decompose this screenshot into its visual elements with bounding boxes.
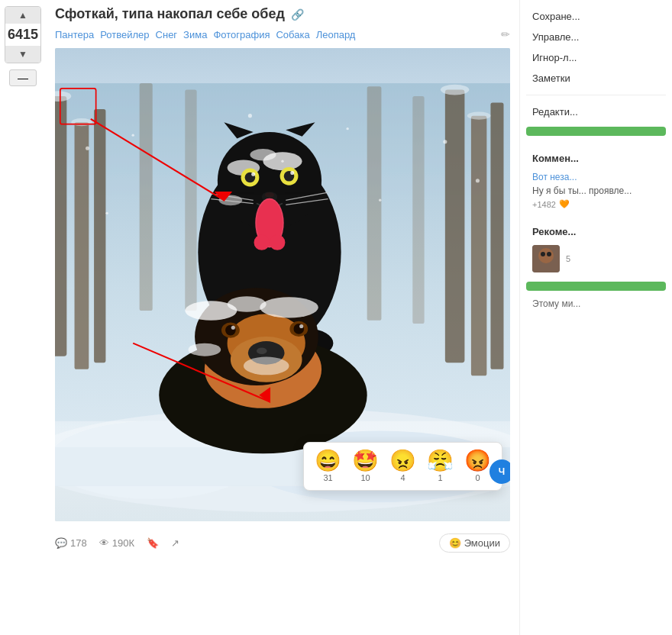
sidebar-rec-green-btn[interactable]: [526, 282, 666, 291]
svg-point-35: [265, 192, 274, 198]
svg-point-33: [290, 171, 294, 175]
minus-button[interactable]: —: [9, 69, 37, 86]
emoji-item-3[interactable]: 😤 1: [427, 450, 454, 482]
svg-point-67: [346, 127, 348, 130]
sidebar-notes[interactable]: Заметки: [526, 68, 666, 89]
sidebar-comment-link[interactable]: Вот неза...: [532, 172, 660, 182]
emoji-item-4[interactable]: 😡 0: [464, 450, 491, 482]
emoji-face-3: 😤: [427, 450, 454, 472]
sidebar-divider: [526, 95, 666, 95]
svg-rect-8: [185, 90, 196, 311]
tag-rotveiler[interactable]: Ротвейлер: [100, 29, 149, 40]
emoji-face-4: 😡: [464, 450, 491, 472]
svg-point-38: [254, 234, 270, 250]
svg-point-61: [228, 296, 267, 311]
emoji-popup: 😄 31 🤩 10 😠 4 😤 1 😡 0: [303, 442, 502, 491]
post-footer: 💬 178 👁 190К 🔖 ↗ 😊 Эмоции: [55, 529, 510, 557]
vote-down-button[interactable]: ▼: [5, 46, 40, 63]
emoji-item-1[interactable]: 🤩 10: [352, 450, 379, 482]
svg-rect-1: [55, 96, 66, 356]
emoji-count-1: 10: [360, 473, 370, 482]
emoji-item-2[interactable]: 😠 4: [389, 450, 416, 482]
svg-point-52: [257, 348, 267, 355]
sidebar-save[interactable]: Сохране...: [526, 6, 666, 27]
sidebar-recommendations-section: Рекоме... 5: [526, 223, 666, 295]
sidebar-rec-thumb: [532, 245, 560, 272]
smile-icon: 😊: [449, 537, 461, 549]
share-button[interactable]: ↗: [171, 537, 179, 549]
user-avatar-bubble[interactable]: Ч: [489, 459, 510, 484]
emotions-button[interactable]: 😊 Эмоции: [439, 533, 510, 553]
rec-thumb-svg: [532, 245, 560, 272]
sidebar-rec-item[interactable]: 5: [526, 240, 666, 277]
views-count: 👁 190К: [99, 537, 134, 549]
vote-column: ▲ 6415 ▼ —: [0, 0, 46, 635]
svg-rect-6: [490, 103, 503, 369]
svg-point-66: [248, 114, 252, 118]
svg-point-13: [441, 85, 469, 95]
sidebar-recommendations-title: Рекоме...: [526, 223, 666, 240]
svg-point-72: [281, 160, 283, 163]
svg-rect-2: [75, 122, 89, 369]
sidebar-about: Этому ми...: [526, 295, 666, 312]
tag-photo[interactable]: Фотография: [213, 29, 270, 40]
edit-tags-icon[interactable]: ✏: [501, 28, 510, 40]
comment-vote-emoji: 🧡: [559, 199, 570, 209]
emoji-count-0: 31: [323, 473, 332, 482]
svg-point-58: [299, 324, 303, 328]
svg-rect-10: [412, 96, 424, 324]
rec-count: 5: [566, 254, 570, 263]
tag-zima[interactable]: Зима: [183, 29, 207, 40]
comments-link[interactable]: 💬 178: [55, 537, 87, 549]
post-title-text: Сфоткай, типа накопал себе обед: [55, 6, 285, 22]
tag-dog[interactable]: Собака: [276, 29, 309, 40]
comment-icon: 💬: [55, 537, 67, 549]
sidebar-edit[interactable]: Редакти...: [526, 102, 666, 122]
sidebar-subscribe-btn[interactable]: [526, 127, 666, 136]
svg-point-26: [250, 149, 276, 160]
svg-point-65: [131, 134, 134, 136]
footer-stats: 💬 178 👁 190К 🔖 ↗: [55, 537, 179, 549]
vote-count: 6415: [5, 24, 40, 46]
emoji-item-0[interactable]: 😄 31: [315, 450, 341, 482]
sidebar-comments-title: Коммен...: [526, 150, 666, 167]
footer-emotions: 😊 Эмоции: [439, 533, 510, 553]
svg-point-60: [260, 297, 318, 318]
svg-point-14: [467, 112, 491, 120]
views-text: 190К: [112, 537, 134, 549]
eye-icon: 👁: [99, 537, 109, 549]
svg-point-62: [189, 343, 221, 356]
svg-point-63: [244, 357, 289, 376]
post-title-row: Сфоткай, типа накопал себе обед 🔗: [55, 6, 510, 22]
svg-point-69: [105, 212, 108, 214]
svg-rect-9: [367, 86, 382, 321]
main-content: Сфоткай, типа накопал себе обед 🔗 Пантер…: [46, 0, 519, 635]
save-button[interactable]: 🔖: [147, 537, 159, 549]
sidebar-manage[interactable]: Управле...: [526, 27, 666, 47]
emoji-count-4: 0: [475, 473, 480, 482]
svg-rect-3: [94, 109, 105, 363]
tag-sneg[interactable]: Снег: [156, 29, 178, 40]
comments-count: 178: [70, 537, 87, 549]
svg-point-55: [231, 326, 235, 330]
emoji-count-2: 4: [400, 473, 405, 482]
svg-point-80: [541, 252, 545, 256]
tag-pantera[interactable]: Пантера: [55, 29, 94, 40]
emoji-face-0: 😄: [315, 450, 341, 472]
post-image-wrapper: 😄 31 🤩 10 😠 4 😤 1 😡 0: [55, 48, 510, 521]
svg-point-79: [538, 248, 554, 263]
link-icon[interactable]: 🔗: [291, 8, 304, 21]
svg-point-70: [379, 199, 381, 201]
sidebar-comment-text: Ну я бы ты... проявле...: [532, 185, 660, 196]
svg-point-30: [251, 172, 255, 176]
sidebar-comment-votes: +1482 🧡: [532, 199, 660, 209]
tags-row: Пантера Ротвейлер Снег Зима Фотография С…: [55, 28, 510, 40]
svg-point-68: [443, 140, 447, 143]
svg-point-71: [476, 179, 480, 182]
emotions-label: Эмоции: [464, 537, 500, 549]
sidebar-ignore[interactable]: Игнор-л...: [526, 47, 666, 68]
tag-leopard[interactable]: Леопард: [316, 29, 356, 40]
vote-box: ▲ 6415 ▼: [5, 6, 41, 63]
vote-up-button[interactable]: ▲: [5, 7, 40, 24]
svg-point-81: [547, 252, 551, 256]
